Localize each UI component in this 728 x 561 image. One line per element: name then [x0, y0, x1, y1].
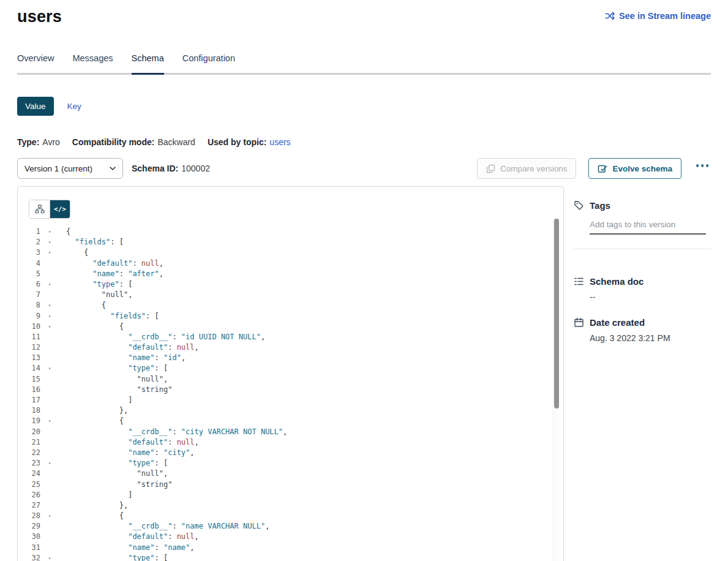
- meta-type-label: Type:: [17, 137, 39, 147]
- code-text: {: [66, 247, 88, 258]
- compare-versions-icon: [486, 164, 495, 173]
- date-created-title: Date created: [590, 317, 645, 328]
- schema-page: users See in Stream lineage OverviewMess…: [0, 0, 728, 561]
- fold-spacer: [45, 500, 54, 511]
- tab-schema[interactable]: Schema: [132, 53, 164, 73]
- code-line: 8▾ {: [18, 300, 563, 311]
- fold-spacer: [45, 385, 54, 395]
- code-lines: 1▾{2▾ "fields": [3▾ {4 "default": null,5…: [18, 227, 563, 561]
- line-number: 2: [18, 237, 40, 247]
- code-line: 6▾ "type": [: [18, 279, 563, 290]
- fold-toggle-icon[interactable]: ▾: [45, 247, 54, 258]
- line-number: 8: [18, 300, 40, 311]
- topic-link[interactable]: users: [269, 137, 290, 147]
- tree-view-button[interactable]: [29, 200, 50, 218]
- editor-scrollbar[interactable]: [553, 219, 558, 561]
- fold-toggle-icon[interactable]: ▾: [45, 227, 54, 237]
- fold-toggle-icon[interactable]: ▾: [45, 279, 54, 290]
- schema-actions: Compare versions Evolve schema ⋯: [477, 158, 711, 179]
- code-text: {: [66, 227, 70, 237]
- code-line: 14▾ "type": [: [18, 363, 563, 374]
- line-number: 20: [18, 427, 40, 437]
- tab-configuration[interactable]: Configuration: [182, 53, 235, 73]
- fold-toggle-icon[interactable]: ▾: [45, 458, 54, 469]
- meta-topic-label: Used by topic:: [208, 137, 266, 147]
- fold-spacer: [45, 332, 54, 342]
- schema-main: </> 1▾{2▾ "fields": [3▾ {4 "default": nu…: [17, 186, 711, 561]
- tree-view-icon: [35, 205, 45, 214]
- code-line: 19▾ {: [18, 416, 563, 426]
- fold-spacer: [45, 448, 54, 458]
- code-text: "fields": [: [66, 311, 159, 322]
- fold-toggle-icon[interactable]: ▾: [45, 416, 54, 426]
- code-text: "__crdb__": "id UUID NOT NULL",: [66, 332, 265, 342]
- code-line: 3▾ {: [18, 247, 563, 258]
- code-line: 28▾ {: [18, 511, 563, 521]
- line-number: 7: [18, 290, 40, 300]
- fold-spacer: [45, 543, 54, 553]
- fold-spacer: [45, 290, 54, 300]
- line-number: 11: [18, 332, 40, 342]
- code-line: 21 "default": null,: [18, 437, 563, 448]
- schema-meta-row: Type:Avro Compatibility mode:Backward Us…: [17, 137, 711, 147]
- evolve-schema-label: Evolve schema: [612, 164, 672, 173]
- line-number: 32: [18, 553, 40, 561]
- code-text: ]: [66, 490, 132, 500]
- tab-overview[interactable]: Overview: [17, 53, 54, 73]
- fold-spacer: [45, 269, 54, 279]
- chevron-down-icon: [110, 167, 116, 171]
- code-text: "default": null,: [66, 437, 199, 448]
- fold-toggle-icon[interactable]: ▾: [45, 311, 54, 322]
- tab-messages[interactable]: Messages: [72, 53, 113, 73]
- schema-id: Schema ID:100002: [132, 164, 210, 173]
- code-text: "name": "id",: [66, 353, 186, 363]
- code-line: 27 },: [18, 500, 563, 511]
- code-line: 2▾ "fields": [: [18, 237, 563, 247]
- fold-toggle-icon[interactable]: ▾: [45, 553, 54, 561]
- value-toggle-button[interactable]: Value: [17, 97, 54, 116]
- line-number: 31: [18, 543, 40, 553]
- fold-spacer: [45, 258, 54, 269]
- meta-type: Type:Avro: [17, 137, 60, 147]
- fold-toggle-icon[interactable]: ▾: [45, 322, 54, 332]
- code-text: },: [66, 500, 128, 511]
- fold-toggle-icon[interactable]: ▾: [45, 363, 54, 374]
- fold-spacer: [45, 427, 54, 437]
- evolve-schema-button[interactable]: Evolve schema: [588, 158, 681, 179]
- code-line: 4 "default": null,: [18, 258, 563, 269]
- editor-scrollbar-thumb[interactable]: [554, 219, 559, 409]
- code-text: "__crdb__": "city VARCHAR NOT NULL",: [66, 427, 287, 437]
- meta-type-value: Avro: [42, 137, 60, 147]
- line-number: 6: [18, 279, 40, 290]
- line-number: 24: [18, 469, 40, 479]
- fold-spacer: [45, 342, 54, 353]
- key-toggle-button[interactable]: Key: [67, 102, 81, 111]
- fold-spacer: [45, 395, 54, 405]
- schema-sidebar: Tags Schema doc --: [574, 186, 711, 343]
- code-text: "type": [: [66, 553, 168, 561]
- code-text: "name": "after",: [66, 269, 163, 279]
- version-select[interactable]: Version 1 (current): [17, 158, 123, 179]
- add-tags-input[interactable]: [590, 217, 706, 235]
- fold-toggle-icon[interactable]: ▾: [45, 511, 54, 521]
- fold-toggle-icon[interactable]: ▾: [45, 237, 54, 247]
- tag-icon: [574, 200, 584, 211]
- code-text: "default": null,: [66, 532, 199, 542]
- code-text: "null",: [66, 374, 168, 385]
- more-actions-button[interactable]: ⋯: [694, 162, 711, 175]
- code-view-button[interactable]: </>: [50, 200, 70, 218]
- page-title: users: [17, 7, 62, 26]
- schema-id-value: 100002: [181, 164, 210, 173]
- fold-spacer: [45, 532, 54, 542]
- compare-versions-button[interactable]: Compare versions: [477, 158, 577, 179]
- code-text: "name": "city",: [66, 448, 195, 458]
- line-number: 4: [18, 258, 40, 269]
- code-text: {: [66, 416, 124, 426]
- stream-lineage-link[interactable]: See in Stream lineage: [605, 11, 711, 21]
- line-number: 10: [18, 322, 40, 332]
- fold-spacer: [45, 353, 54, 363]
- fold-toggle-icon[interactable]: ▾: [45, 300, 54, 311]
- code-line: 29 "__crdb__": "name VARCHAR NULL",: [18, 521, 563, 532]
- schema-doc-title: Schema doc: [590, 276, 644, 287]
- code-line: 13 "name": "id",: [18, 353, 563, 363]
